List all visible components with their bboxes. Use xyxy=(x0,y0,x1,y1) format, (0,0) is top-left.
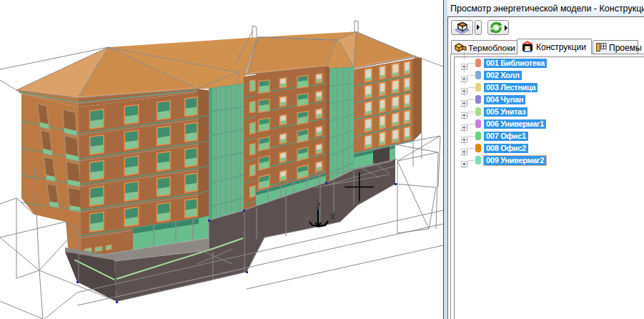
svg-text:x: x xyxy=(330,210,335,222)
svg-text:z: z xyxy=(316,200,321,211)
svg-text:y: y xyxy=(304,212,309,223)
